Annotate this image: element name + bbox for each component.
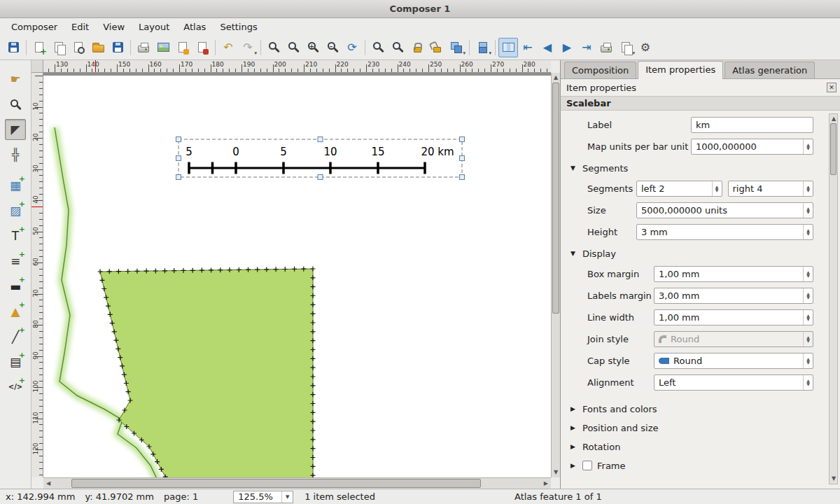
combo-arrows-icon[interactable]: ▲▼ <box>803 375 813 390</box>
horizontal-scroll-thumb[interactable] <box>71 479 481 488</box>
tab-item-properties[interactable]: Item properties <box>638 61 723 79</box>
map-units-spinbox[interactable]: 1000,000000 ▲▼ <box>691 139 813 155</box>
save-project-button[interactable] <box>4 38 23 57</box>
line-width-spinbox[interactable]: 1,00 mm ▲▼ <box>654 309 813 326</box>
menu-layout[interactable]: Layout <box>132 20 176 34</box>
zoom-full-button[interactable] <box>264 38 284 57</box>
spinner-arrows-icon[interactable]: ▲▼ <box>803 310 813 325</box>
print-atlas-button[interactable] <box>596 38 616 57</box>
spinner-arrows-icon[interactable]: ▲▼ <box>712 181 722 196</box>
zoom-tool-button[interactable] <box>5 94 26 115</box>
zoom-in-button[interactable] <box>303 38 323 57</box>
add-attribute-table-tool-button[interactable]: ▤+ <box>5 351 26 372</box>
segments-right-spinbox[interactable]: right 4 ▲▼ <box>728 181 814 197</box>
section-frame[interactable]: ▶ Frame <box>570 458 813 472</box>
section-position-and-size[interactable]: ▶ Position and size <box>570 421 813 435</box>
print-button[interactable] <box>134 38 153 57</box>
section-rotation[interactable]: ▶ Rotation <box>570 440 813 454</box>
frame-checkbox[interactable] <box>582 461 592 470</box>
duplicate-composer-button[interactable] <box>49 38 69 57</box>
lock-selected-items-button[interactable] <box>407 38 427 57</box>
add-shape-tool-button[interactable]: ▲+ <box>5 301 26 322</box>
zoom-level-combobox[interactable]: 125.5% ▼ <box>233 491 293 503</box>
export-as-image-button[interactable] <box>153 38 173 57</box>
vertical-scroll-thumb[interactable] <box>552 83 559 314</box>
undo-button[interactable]: ↶ <box>218 38 238 57</box>
add-label-tool-button[interactable]: T+ <box>5 225 26 246</box>
dropdown-caret-icon[interactable]: ▾ <box>489 50 491 56</box>
select-move-item-tool-button[interactable]: ◤ <box>5 119 26 140</box>
menu-settings[interactable]: Settings <box>213 20 264 34</box>
zoom-actual-size-button[interactable] <box>284 38 303 57</box>
page-canvas[interactable]: 505101520 km <box>43 73 551 477</box>
pan-tool-button[interactable]: ☛ <box>5 69 26 90</box>
dropdown-caret-icon[interactable]: ▾ <box>463 50 465 56</box>
zoom-out-button[interactable] <box>323 38 342 57</box>
size-spinbox[interactable]: 5000,000000 units ▲▼ <box>636 202 813 218</box>
dropdown-caret-icon[interactable]: ▾ <box>632 50 635 56</box>
cap-style-combobox[interactable]: Round ▲▼ <box>654 353 813 369</box>
alignment-combobox[interactable]: Left ▲▼ <box>654 374 813 391</box>
scroll-down-icon[interactable]: ▼ <box>554 470 558 475</box>
pan-composition-button[interactable] <box>388 38 407 57</box>
combo-arrows-icon[interactable]: ▲▼ <box>803 354 813 368</box>
spinner-arrows-icon[interactable]: ▲▼ <box>803 288 813 303</box>
atlas-previous-feature-button[interactable]: ◀ <box>538 38 557 57</box>
add-arrow-tool-button[interactable]: ╱+ <box>5 326 26 347</box>
menu-edit[interactable]: Edit <box>64 20 96 34</box>
window-titlebar[interactable]: Composer 1 <box>0 0 840 18</box>
unlock-all-items-button[interactable] <box>427 38 447 57</box>
canvas-vertical-scrollbar[interactable]: ▲ ▼ <box>551 73 560 477</box>
atlas-preview-toggle-button[interactable] <box>498 38 518 57</box>
spinner-arrows-icon[interactable]: ▲▼ <box>803 203 813 218</box>
atlas-next-feature-button[interactable]: ▶ <box>557 38 577 57</box>
composition-viewport[interactable]: 505101520 km <box>43 73 551 477</box>
tab-composition[interactable]: Composition <box>564 62 636 78</box>
section-segments[interactable]: ▼ Segments <box>570 161 813 175</box>
refresh-view-button[interactable]: ⟳ <box>342 38 362 57</box>
spinner-arrows-icon[interactable]: ▲▼ <box>803 267 813 281</box>
move-item-content-tool-button[interactable]: ╬ <box>5 144 26 165</box>
add-html-frame-tool-button[interactable]: </>+ <box>5 377 26 398</box>
arrange-items-button[interactable]: ▾ <box>472 38 492 57</box>
label-input[interactable]: km <box>691 117 813 133</box>
group-items-button[interactable]: ▾ <box>447 38 466 57</box>
new-composer-button[interactable] <box>29 38 49 57</box>
select-zoom-region-button[interactable] <box>368 38 388 57</box>
panel-scroll-thumb[interactable] <box>830 123 836 175</box>
add-scalebar-tool-button[interactable]: ▬+ <box>5 276 26 297</box>
scroll-left-icon[interactable]: ◀ <box>46 481 50 486</box>
save-as-template-button[interactable] <box>108 38 127 57</box>
section-fonts-and-colors[interactable]: ▶ Fonts and colors <box>570 402 813 416</box>
composer-manager-button[interactable] <box>69 38 88 57</box>
scroll-up-icon[interactable]: ▲ <box>554 75 558 80</box>
labels-margin-spinbox[interactable]: 3,00 mm ▲▼ <box>654 288 813 304</box>
scroll-up-icon[interactable]: ▲ <box>832 116 836 122</box>
scroll-right-icon[interactable]: ▶ <box>544 481 548 486</box>
load-from-template-button[interactable] <box>88 38 108 57</box>
menu-atlas[interactable]: Atlas <box>176 20 213 34</box>
atlas-settings-button[interactable]: ⚙ <box>636 38 655 57</box>
panel-scrollbar[interactable]: ▲ ▼ <box>829 113 838 484</box>
tab-atlas-generation[interactable]: Atlas generation <box>724 62 815 78</box>
height-spinbox[interactable]: 3 mm ▲▼ <box>636 224 813 240</box>
add-image-tool-button[interactable]: ▨+ <box>5 200 26 221</box>
scalebar-item[interactable]: 505101520 km <box>176 137 465 180</box>
menu-composer[interactable]: Composer <box>4 20 64 34</box>
export-atlas-button[interactable]: ▾ <box>616 38 636 57</box>
spinner-arrows-icon[interactable]: ▲▼ <box>803 181 813 196</box>
add-new-map-tool-button[interactable]: ▦+ <box>5 175 26 196</box>
box-margin-spinbox[interactable]: 1,00 mm ▲▼ <box>654 266 813 282</box>
spinner-arrows-icon[interactable]: ▲▼ <box>803 139 813 154</box>
segments-left-spinbox[interactable]: left 2 ▲▼ <box>636 181 722 197</box>
add-legend-tool-button[interactable]: ≡+ <box>5 251 26 272</box>
atlas-last-feature-button[interactable]: ⇥ <box>577 38 596 57</box>
close-panel-icon[interactable]: ✕ <box>827 83 836 92</box>
scroll-down-icon[interactable]: ▼ <box>832 476 836 482</box>
spinner-arrows-icon[interactable]: ▲▼ <box>803 225 813 239</box>
redo-button[interactable]: ↷▾ <box>238 38 258 57</box>
chevron-down-icon[interactable]: ▼ <box>281 491 293 503</box>
export-as-pdf-button[interactable] <box>192 38 212 57</box>
atlas-first-feature-button[interactable]: ⇤ <box>518 38 538 57</box>
section-display[interactable]: ▼ Display <box>570 246 813 260</box>
